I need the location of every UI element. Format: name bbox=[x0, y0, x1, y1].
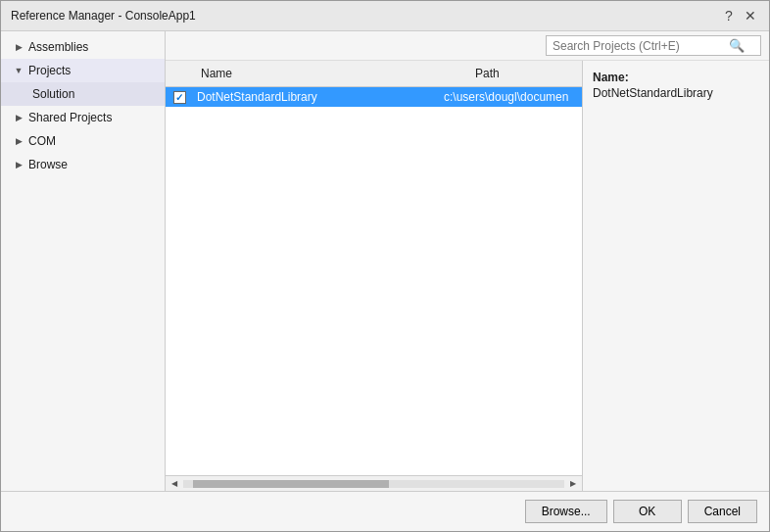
cancel-button[interactable]: Cancel bbox=[688, 500, 757, 523]
arrow-icon-browse bbox=[13, 159, 24, 170]
top-bar: 🔍 bbox=[166, 31, 769, 61]
scroll-right-arrow[interactable]: ▶ bbox=[566, 477, 580, 491]
main-area: 🔍 Name Path bbox=[166, 31, 769, 491]
sidebar-item-com[interactable]: COM bbox=[1, 129, 165, 153]
sidebar-item-shared-projects[interactable]: Shared Projects bbox=[1, 106, 165, 129]
checkbox-icon[interactable] bbox=[173, 91, 186, 104]
sidebar-item-solution[interactable]: Solution bbox=[1, 82, 165, 106]
title-bar-controls: ? ✕ bbox=[720, 7, 759, 24]
detail-name-label: Name: bbox=[593, 71, 759, 84]
dialog-title: Reference Manager - ConsoleApp1 bbox=[11, 9, 196, 23]
reference-manager-dialog: Reference Manager - ConsoleApp1 ? ✕ Asse… bbox=[0, 0, 770, 532]
list-panel: Name Path DotNetStandardLibrary c:\users… bbox=[166, 61, 583, 491]
browse-button[interactable]: Browse... bbox=[525, 500, 607, 523]
table-row[interactable]: DotNetStandardLibrary c:\users\dougl\doc… bbox=[166, 87, 582, 107]
main-content: Assemblies Projects Solution Shared Proj… bbox=[1, 31, 769, 491]
sidebar-label-projects: Projects bbox=[28, 64, 71, 77]
sidebar-label-assemblies: Assemblies bbox=[28, 40, 88, 54]
table-area: Name Path DotNetStandardLibrary c:\users… bbox=[166, 61, 769, 491]
header-path: Path bbox=[467, 65, 582, 82]
sidebar-label-shared-projects: Shared Projects bbox=[28, 111, 112, 124]
sidebar: Assemblies Projects Solution Shared Proj… bbox=[1, 31, 166, 491]
help-button[interactable]: ? bbox=[720, 7, 738, 24]
detail-panel: Name: DotNetStandardLibrary bbox=[583, 61, 769, 491]
search-box[interactable]: 🔍 bbox=[546, 35, 761, 56]
search-input[interactable] bbox=[553, 39, 729, 53]
sidebar-label-solution: Solution bbox=[32, 87, 74, 101]
arrow-icon-assemblies bbox=[13, 41, 24, 53]
arrow-icon-projects bbox=[13, 65, 24, 76]
title-bar: Reference Manager - ConsoleApp1 ? ✕ bbox=[1, 1, 769, 31]
header-name: Name bbox=[193, 65, 467, 82]
arrow-icon-com bbox=[13, 135, 24, 147]
row-name: DotNetStandardLibrary bbox=[193, 90, 440, 104]
sidebar-item-assemblies[interactable]: Assemblies bbox=[1, 35, 165, 59]
horizontal-scrollbar[interactable]: ◀ ▶ bbox=[166, 475, 582, 491]
row-checkbox[interactable] bbox=[166, 91, 193, 104]
sidebar-item-projects[interactable]: Projects bbox=[1, 59, 165, 82]
table-header: Name Path bbox=[166, 61, 582, 87]
arrow-icon-shared bbox=[13, 112, 24, 123]
scroll-left-arrow[interactable]: ◀ bbox=[168, 477, 181, 491]
header-checkbox-col bbox=[166, 65, 193, 82]
scroll-track[interactable] bbox=[183, 480, 564, 488]
scroll-thumb[interactable] bbox=[193, 480, 389, 488]
sidebar-label-com: COM bbox=[28, 134, 56, 148]
sidebar-item-browse[interactable]: Browse bbox=[1, 153, 165, 176]
detail-name-value: DotNetStandardLibrary bbox=[593, 86, 759, 100]
search-icon: 🔍 bbox=[729, 38, 745, 53]
footer: Browse... OK Cancel bbox=[1, 491, 769, 531]
row-path: c:\users\dougl\documen bbox=[440, 90, 582, 104]
close-button[interactable]: ✕ bbox=[742, 7, 759, 24]
ok-button[interactable]: OK bbox=[613, 500, 682, 523]
sidebar-label-browse: Browse bbox=[28, 158, 68, 171]
table-body: DotNetStandardLibrary c:\users\dougl\doc… bbox=[166, 87, 582, 475]
